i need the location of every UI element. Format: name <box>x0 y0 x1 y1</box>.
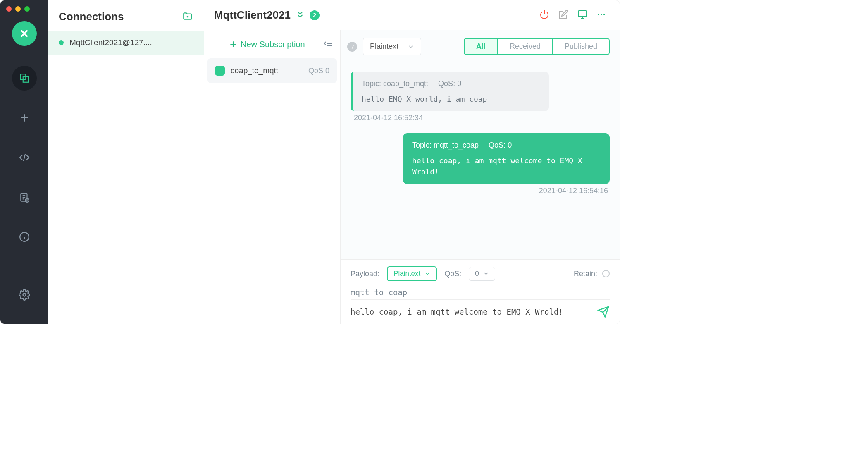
decode-select-value: Plaintext <box>370 42 398 51</box>
plus-icon <box>19 112 30 123</box>
nav-new[interactable] <box>12 105 37 130</box>
subscriptions-column: New Subscription coap_to_mqtt QoS 0 <box>204 30 341 324</box>
nav-connections[interactable] <box>12 66 37 91</box>
composer: Payload: Plaintext QoS: 0 Retain: <box>341 259 620 324</box>
payload-select-value: Plaintext <box>393 270 420 278</box>
edit-icon <box>558 10 568 19</box>
qos-label: QoS: <box>444 270 461 278</box>
qos-select[interactable]: 0 <box>469 267 495 281</box>
decode-select[interactable]: Plaintext <box>363 38 421 55</box>
zoom-window[interactable] <box>24 6 30 12</box>
plus-icon <box>229 40 237 48</box>
message-toolbar: ? Plaintext All Received Published <box>341 30 620 63</box>
minimize-window[interactable] <box>15 6 21 12</box>
retain-toggle[interactable] <box>602 270 610 277</box>
connection-title: MqttClient2021 <box>214 9 291 22</box>
expand-button[interactable] <box>296 10 305 21</box>
message-meta: Topic: mqtt_to_coap QoS: 0 <box>412 140 601 151</box>
nav-about[interactable] <box>12 225 37 249</box>
log-icon <box>19 192 30 203</box>
composer-topic-input[interactable] <box>351 285 610 300</box>
window-controls <box>6 6 30 12</box>
sub-color-swatch <box>215 66 225 76</box>
folder-plus-icon <box>182 11 193 22</box>
sub-topic: coap_to_mqtt <box>231 66 303 75</box>
msg-timestamp: 2021-04-12 16:54:16 <box>539 186 608 195</box>
main-body: New Subscription coap_to_mqtt QoS 0 ? <box>204 30 620 324</box>
main-area: MqttClient2021 2 <box>204 0 620 324</box>
svg-point-8 <box>601 14 602 15</box>
nav-logs[interactable] <box>12 185 37 210</box>
close-window[interactable] <box>6 6 12 12</box>
connections-title: Connections <box>59 10 124 23</box>
svg-point-7 <box>598 14 599 15</box>
code-icon <box>18 152 31 163</box>
chevron-down-icon <box>424 271 430 277</box>
tab-published[interactable]: Published <box>552 39 609 54</box>
disconnect-button[interactable] <box>539 10 549 21</box>
subscription-card[interactable]: coap_to_mqtt QoS 0 <box>207 58 337 83</box>
nav-code[interactable] <box>12 145 37 170</box>
message-badge: 2 <box>310 10 320 20</box>
power-icon <box>539 10 549 19</box>
connections-header: Connections <box>48 0 204 31</box>
msg-qos: QoS: 0 <box>489 140 512 151</box>
msg-qos: QoS: 0 <box>438 78 461 89</box>
message-received: Topic: coap_to_mqtt QoS: 0 hello EMQ X w… <box>351 72 549 111</box>
msg-body: hello coap, i am mqtt welcome to EMQ X W… <box>412 155 601 177</box>
new-subscription-button[interactable]: New Subscription <box>229 40 305 49</box>
retain-label: Retain: <box>574 270 597 278</box>
new-subscription-label: New Subscription <box>241 40 305 49</box>
more-button[interactable] <box>596 10 606 21</box>
nav-rail <box>0 0 48 324</box>
svg-point-5 <box>23 294 26 296</box>
monitor-icon <box>577 10 587 19</box>
app-logo <box>12 21 37 46</box>
status-dot <box>59 40 64 45</box>
main-header-left: MqttClient2021 2 <box>214 9 320 22</box>
qos-select-value: 0 <box>475 270 479 278</box>
payload-label: Payload: <box>351 270 379 278</box>
collapse-subs-button[interactable] <box>324 38 334 50</box>
svg-rect-6 <box>578 11 587 17</box>
chevron-down-icon <box>483 271 489 277</box>
message-sent: Topic: mqtt_to_coap QoS: 0 hello coap, i… <box>403 133 610 184</box>
edit-button[interactable] <box>558 10 568 21</box>
send-icon <box>597 306 610 318</box>
connections-panel: Connections MqttClient2021@127.... <box>48 0 204 324</box>
layers-icon <box>19 73 30 84</box>
message-list: Topic: coap_to_mqtt QoS: 0 hello EMQ X w… <box>341 63 620 259</box>
new-connection-button[interactable] <box>182 11 193 23</box>
connection-name: MqttClient2021@127.... <box>69 38 152 47</box>
more-icon <box>596 10 606 19</box>
info-icon <box>19 232 30 242</box>
retain-option: Retain: <box>574 270 610 278</box>
msg-timestamp: 2021-04-12 16:52:34 <box>354 114 423 122</box>
composer-body-input[interactable] <box>351 304 591 320</box>
main-header-right <box>539 10 606 21</box>
nav-settings[interactable] <box>12 282 37 307</box>
monitor-button[interactable] <box>577 10 587 21</box>
svg-point-9 <box>603 14 605 15</box>
connection-item[interactable]: MqttClient2021@127.... <box>48 31 204 55</box>
app-window: Connections MqttClient2021@127.... MqttC… <box>0 0 620 324</box>
tab-received[interactable]: Received <box>497 39 552 54</box>
msg-body: hello EMQ X world, i am coap <box>362 93 540 105</box>
chevron-down-icon <box>408 43 414 50</box>
indent-icon <box>324 38 334 48</box>
send-button[interactable] <box>597 306 610 320</box>
sub-qos: QoS 0 <box>308 67 329 75</box>
msg-topic: Topic: mqtt_to_coap <box>412 140 479 151</box>
msg-topic: Topic: coap_to_mqtt <box>362 78 428 89</box>
main-header: MqttClient2021 2 <box>204 0 620 30</box>
composer-options: Payload: Plaintext QoS: 0 Retain: <box>351 266 610 281</box>
message-column: ? Plaintext All Received Published Top <box>341 30 620 324</box>
message-meta: Topic: coap_to_mqtt QoS: 0 <box>362 78 540 89</box>
tab-all[interactable]: All <box>465 39 497 54</box>
gear-icon <box>19 289 30 301</box>
double-chevron-down-icon <box>296 10 305 19</box>
message-filter-tabs: All Received Published <box>464 38 610 55</box>
composer-body-row <box>351 304 610 320</box>
payload-select[interactable]: Plaintext <box>387 266 437 281</box>
help-button[interactable]: ? <box>347 42 357 52</box>
